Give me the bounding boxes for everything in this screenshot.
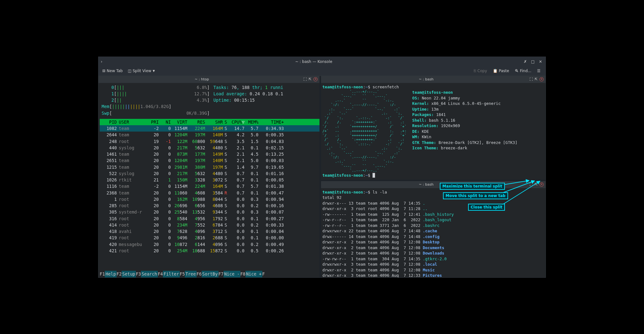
right-top-header: ~ : bash ⛶ ⇱ ✕ bbox=[321, 76, 546, 83]
annotation-move: Move this split to a new tab bbox=[443, 192, 508, 199]
hamburger-menu-button[interactable]: ☰ bbox=[535, 68, 542, 74]
app-menu-icon[interactable]: › bbox=[98, 59, 105, 64]
move-split-icon[interactable]: ⇱ bbox=[309, 77, 312, 81]
split-icon: ◫ bbox=[128, 69, 131, 73]
annotation-close: Close this split bbox=[468, 204, 505, 211]
close-split-icon[interactable]: ✕ bbox=[540, 182, 544, 187]
find-button[interactable]: 🔍︎Find... bbox=[513, 68, 533, 74]
maximize-split-icon[interactable]: ⛶ bbox=[303, 77, 307, 81]
konsole-window: › ~ : bash — Konsole ✗ □ ✕ ⊞New Tab ◫Spl… bbox=[98, 57, 546, 278]
chevron-down-icon: ▼ bbox=[153, 69, 155, 72]
titlebar: › ~ : bash — Konsole ✗ □ ✕ bbox=[98, 57, 546, 66]
close-split-icon[interactable]: ✕ bbox=[313, 77, 318, 81]
minimize-button[interactable]: ✗ bbox=[523, 59, 528, 64]
copy-icon: ⎘ bbox=[474, 69, 476, 73]
paste-button[interactable]: 📋Paste bbox=[491, 68, 511, 74]
screenfetch-terminal[interactable]: team@itsfoss-neon:~$ screenfetch `..---+… bbox=[321, 83, 546, 180]
left-split-pane: ~ : htop ⛶ ⇱ ✕ 0[|||6.8%]1[||||12.7%]2[|… bbox=[98, 76, 319, 277]
search-icon: 🔍︎ bbox=[515, 69, 519, 73]
split-view-button[interactable]: ◫Split View ▼ bbox=[126, 68, 157, 74]
hamburger-icon: ☰ bbox=[537, 69, 540, 73]
htop-terminal[interactable]: 0[|||6.8%]1[||||12.7%]2[||4.3%]Mem[|||||… bbox=[98, 83, 319, 271]
move-split-icon[interactable]: ⇱ bbox=[535, 182, 538, 187]
paste-icon: 📋 bbox=[493, 69, 498, 73]
plus-icon: ⊞ bbox=[102, 69, 105, 73]
maximize-button[interactable]: □ bbox=[530, 59, 535, 64]
move-split-icon[interactable]: ⇱ bbox=[535, 77, 538, 81]
toolbar: ⊞New Tab ◫Split View ▼ ⎘Copy 📋Paste 🔍︎Fi… bbox=[98, 66, 546, 76]
close-split-icon[interactable]: ✕ bbox=[540, 77, 544, 81]
right-bottom-header: ~ : bash ⛶ ⇱ ✕ bbox=[321, 181, 546, 188]
ls-terminal[interactable]: team@itsfoss-neon:~$ ls -la total 92 drw… bbox=[321, 188, 546, 277]
split-container: ~ : htop ⛶ ⇱ ✕ 0[|||6.8%]1[||||12.7%]2[|… bbox=[98, 76, 546, 277]
maximize-split-icon[interactable]: ⛶ bbox=[529, 77, 533, 81]
right-split-column: ~ : bash ⛶ ⇱ ✕ team@itsfoss-neon:~$ scre… bbox=[321, 76, 546, 277]
left-pane-title: ~ : htop bbox=[100, 77, 303, 81]
left-pane-header: ~ : htop ⛶ ⇱ ✕ bbox=[98, 76, 319, 83]
copy-button[interactable]: ⎘Copy bbox=[472, 68, 489, 74]
htop-fn-bar[interactable]: F1HelpF2SetupF3SearchF4FilterF5TreeF6Sor… bbox=[98, 271, 319, 277]
right-bottom-pane: ~ : bash ⛶ ⇱ ✕ team@itsfoss-neon:~$ ls -… bbox=[321, 181, 546, 277]
new-tab-button[interactable]: ⊞New Tab bbox=[100, 68, 124, 74]
window-title: ~ : bash — Konsole bbox=[105, 59, 523, 64]
right-top-title: ~ : bash bbox=[323, 77, 529, 81]
maximize-split-icon[interactable]: ⛶ bbox=[529, 182, 533, 187]
close-window-button[interactable]: ✕ bbox=[538, 59, 543, 64]
right-top-pane: ~ : bash ⛶ ⇱ ✕ team@itsfoss-neon:~$ scre… bbox=[321, 76, 546, 180]
annotation-maximize: Maximize this terminal split bbox=[440, 183, 505, 190]
